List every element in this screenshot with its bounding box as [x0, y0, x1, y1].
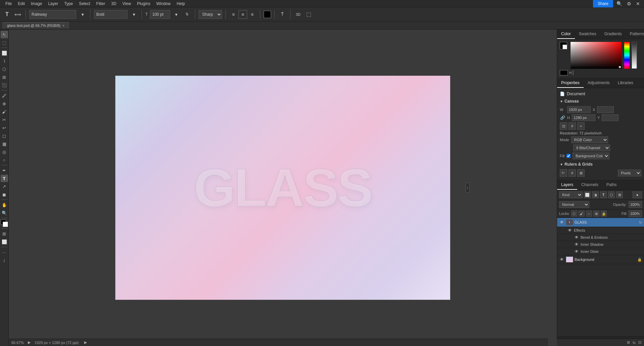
- font-size-input[interactable]: [150, 10, 170, 19]
- copy-icon[interactable]: ⊡: [638, 340, 641, 345]
- dodge-tool[interactable]: ○: [1, 156, 8, 164]
- close-icon[interactable]: ✕: [635, 1, 641, 6]
- link-dimensions-icon[interactable]: 🔗: [560, 115, 565, 120]
- stamp-tool[interactable]: ✂: [1, 116, 8, 123]
- font-size-dropdown-icon[interactable]: ▾: [172, 10, 181, 19]
- font-size-adjust-icon[interactable]: ⇅: [183, 10, 192, 19]
- font-weight-dropdown-icon[interactable]: ▾: [129, 10, 138, 19]
- status-arrow-2[interactable]: ▶: [84, 340, 87, 345]
- blend-mode-select[interactable]: Normal Multiply Screen: [559, 201, 589, 208]
- marquee-tool[interactable]: ⬜: [1, 49, 8, 57]
- lock-transparent-pixels-btn[interactable]: ⬡: [571, 211, 577, 217]
- layer-fx-icon[interactable]: fx: [639, 220, 642, 224]
- foreground-background-colors[interactable]: [1, 220, 8, 227]
- tab-gradients[interactable]: Gradients: [600, 30, 626, 39]
- menu-edit[interactable]: Edit: [15, 1, 28, 7]
- fill-checkbox[interactable]: [567, 154, 571, 158]
- inner-glow-effect[interactable]: 👁 Inner Glow: [557, 248, 644, 255]
- layer-background-visibility[interactable]: 👁: [559, 257, 565, 262]
- gradient-tool[interactable]: ▦: [1, 140, 8, 148]
- crop-tool[interactable]: ⊞: [1, 73, 8, 81]
- canvas-area[interactable]: GLASS 66.67% ▶ 1920 px × 1280 px (72 ppi…: [9, 30, 557, 346]
- ruler-top-icon[interactable]: ⊢: [560, 169, 567, 177]
- font-family-input[interactable]: [29, 10, 76, 19]
- blur-tool[interactable]: ◎: [1, 148, 8, 156]
- panel-collapse-button[interactable]: ‹: [466, 183, 470, 193]
- filter-smart-objects-btn[interactable]: ⊞: [616, 191, 623, 198]
- fill-select[interactable]: Background Color Foreground Color White …: [573, 153, 609, 159]
- menu-3d[interactable]: 3D: [108, 1, 119, 7]
- filter-adjustment-layers-btn[interactable]: ◑: [592, 191, 599, 198]
- eyedropper-tool[interactable]: 🖉: [1, 92, 8, 99]
- warp-text-button[interactable]: T̃: [278, 10, 287, 19]
- menu-help[interactable]: Help: [174, 1, 188, 7]
- fg-bg-swatches[interactable]: [560, 42, 569, 51]
- layer-background[interactable]: 👁 Background 🔒: [557, 255, 644, 264]
- shape-tool[interactable]: ◼: [1, 191, 8, 198]
- pen-tool[interactable]: ✒: [1, 167, 8, 174]
- text-tool-icon[interactable]: T: [3, 10, 11, 19]
- zoom-tool[interactable]: 🔍: [1, 209, 8, 217]
- tab-channels[interactable]: Channels: [577, 180, 602, 190]
- layer-filter-select[interactable]: Kind Name Effect: [559, 191, 583, 198]
- share-button[interactable]: Share: [593, 0, 613, 7]
- menu-image[interactable]: Image: [28, 1, 45, 7]
- hex-color-preview[interactable]: [560, 70, 568, 75]
- tab-patterns[interactable]: Patterns: [626, 30, 644, 39]
- color-spectrum[interactable]: [571, 42, 622, 69]
- move-tool[interactable]: ↖: [1, 31, 8, 38]
- lock-all-btn[interactable]: 🔒: [601, 211, 607, 217]
- ruler-side-icon[interactable]: #: [569, 169, 576, 177]
- ruler-icon[interactable]: ⊡: [560, 122, 567, 130]
- eraser-tool[interactable]: ◻: [1, 132, 8, 139]
- fill-input[interactable]: [629, 210, 642, 217]
- bit-depth-select[interactable]: 8 Bits/Channel 16 Bits/Channel 32 Bits/C…: [573, 145, 610, 151]
- effects-visibility[interactable]: 👁: [567, 228, 573, 233]
- inner-shadow-effect[interactable]: 👁 Inner Shadow: [557, 241, 644, 248]
- guides-icon[interactable]: +: [577, 122, 585, 130]
- tab-libraries[interactable]: Libraries: [614, 78, 637, 88]
- object-selection-tool[interactable]: ⬡: [1, 65, 8, 73]
- tab-swatches[interactable]: Swatches: [575, 30, 600, 39]
- canvas-section-header[interactable]: ▼ Canvas: [560, 98, 641, 105]
- text-color-swatch[interactable]: [264, 11, 271, 18]
- canvas-width-input[interactable]: [567, 106, 591, 113]
- align-left-button[interactable]: ≡: [229, 10, 238, 19]
- menu-plugins[interactable]: Plugins: [135, 1, 153, 7]
- menu-filter[interactable]: Filter: [94, 1, 108, 7]
- path-selection-tool[interactable]: ↗: [1, 183, 8, 190]
- grid-icon[interactable]: #: [569, 122, 576, 130]
- filter-pixel-layers-btn[interactable]: ⬜: [584, 191, 591, 198]
- artboard-tool[interactable]: ⬚: [1, 39, 8, 46]
- lock-position-btn[interactable]: ↔: [586, 211, 592, 217]
- tab-layers[interactable]: Layers: [557, 180, 577, 190]
- 3d-toggle-button[interactable]: 3D: [294, 10, 303, 19]
- filter-active-toggle[interactable]: ●: [633, 191, 642, 198]
- healing-brush-tool[interactable]: ⊕: [1, 100, 8, 107]
- menu-select[interactable]: Select: [76, 1, 93, 7]
- quick-mask-button[interactable]: ⊞: [1, 230, 8, 237]
- settings-icon[interactable]: ⚙: [626, 1, 633, 6]
- filter-toggle[interactable]: ●: [633, 191, 642, 198]
- menu-type[interactable]: Type: [61, 1, 75, 7]
- canvas-height-input[interactable]: [572, 114, 595, 121]
- hue-slider[interactable]: [624, 42, 630, 69]
- align-right-button[interactable]: ≡: [248, 10, 257, 19]
- brush-tool[interactable]: 🖌: [1, 108, 8, 115]
- properties-button[interactable]: ⬚: [305, 10, 313, 19]
- tab-properties[interactable]: Properties: [557, 78, 584, 88]
- background-color-swatch[interactable]: [3, 222, 8, 227]
- filter-shape-layers-btn[interactable]: ⬡: [608, 191, 615, 198]
- reset-zoom-icon[interactable]: ⊞: [627, 340, 630, 345]
- canvas-x-input[interactable]: [597, 106, 614, 113]
- lasso-tool[interactable]: ⌇: [1, 57, 8, 65]
- doc-tab-item[interactable]: glass text.psd @ 66.7% (RGB/8) ×: [3, 22, 69, 28]
- frame-tool[interactable]: ⬛: [1, 81, 8, 89]
- font-weight-input[interactable]: [94, 10, 127, 19]
- layer-glass[interactable]: 👁 T GLASS fx: [557, 218, 644, 227]
- artwork-canvas[interactable]: GLASS: [115, 75, 450, 300]
- menu-layer[interactable]: Layer: [45, 1, 61, 7]
- status-arrow[interactable]: ▶: [28, 340, 31, 345]
- inner-glow-visibility[interactable]: 👁: [574, 249, 579, 254]
- filter-type-layers-btn[interactable]: T: [600, 191, 607, 198]
